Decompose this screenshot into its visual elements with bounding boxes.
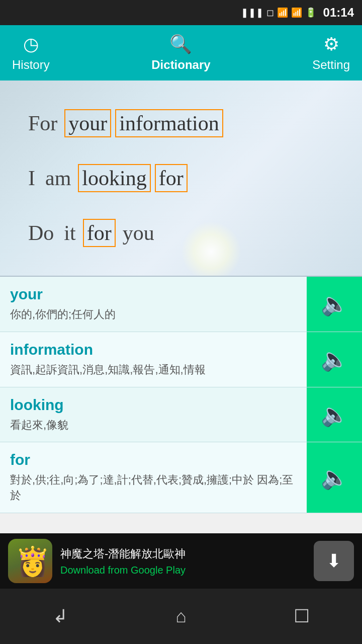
dict-word-looking: looking bbox=[10, 396, 297, 414]
dict-item-information: information 資訊,起訴資訊,消息,知識,報告,通知,情報 🔈 bbox=[0, 332, 362, 387]
dict-def-your: 你的,你們的;任何人的 bbox=[10, 307, 297, 323]
cam-word-for2[interactable]: for bbox=[155, 164, 188, 192]
dictionary-label: Dictionary bbox=[151, 58, 210, 72]
cam-word-for3[interactable]: for bbox=[83, 219, 116, 247]
setting-nav-item[interactable]: ⚙ Setting bbox=[312, 34, 350, 72]
signal-icon: 📶 bbox=[291, 7, 302, 18]
camera-line-2: I am looking for bbox=[25, 164, 337, 192]
dict-def-information: 資訊,起訴資訊,消息,知識,報告,通知,情報 bbox=[10, 362, 297, 378]
history-icon: ◷ bbox=[23, 34, 39, 55]
dict-def-for: 對於,供;往,向;為了;達,計;代替,代表;贊成,擁護;中於 因為;至於 bbox=[10, 472, 297, 504]
dict-item-looking: looking 看起來,像貌 🔈 bbox=[0, 387, 362, 443]
dict-sound-btn-looking[interactable]: 🔈 bbox=[307, 387, 362, 442]
ad-subtitle: Download from Google Play bbox=[60, 565, 306, 576]
cam-word-your[interactable]: your bbox=[64, 109, 111, 137]
bottom-nav: ↲ ⌂ ☐ bbox=[0, 589, 362, 644]
ad-banner: 神魔之塔-潛能解放北歐神 Download from Google Play ⬇ bbox=[0, 533, 362, 589]
cam-word-i: I bbox=[25, 165, 38, 191]
sim-icon: ◻ bbox=[266, 7, 274, 18]
cam-word-for1: For bbox=[25, 110, 60, 136]
dict-sound-btn-your[interactable]: 🔈 bbox=[307, 277, 362, 332]
dict-sound-btn-for[interactable]: 🔈 bbox=[307, 442, 362, 513]
gear-icon: ⚙ bbox=[323, 34, 339, 55]
lens-flare bbox=[181, 221, 241, 277]
dict-word-your: your bbox=[10, 286, 297, 303]
status-icons: ❚❚❚ ◻ 📶 📶 🔋 01:14 bbox=[241, 6, 354, 20]
dict-sound-btn-information[interactable]: 🔈 bbox=[307, 332, 362, 387]
speaker-icon-looking: 🔈 bbox=[321, 401, 348, 428]
back-button[interactable]: ↲ bbox=[40, 601, 80, 631]
history-nav-item[interactable]: ◷ History bbox=[12, 34, 50, 72]
dict-item-your-content: your 你的,你們的;任何人的 bbox=[0, 277, 307, 332]
dict-item-for: for 對於,供;往,向;為了;達,計;代替,代表;贊成,擁護;中於 因為;至於… bbox=[0, 442, 362, 513]
cam-word-looking[interactable]: looking bbox=[78, 164, 150, 192]
download-icon: ⬇ bbox=[326, 550, 341, 572]
speaker-icon-for: 🔈 bbox=[321, 464, 348, 491]
nav-bar: ◷ History 🔍 Dictionary ⚙ Setting bbox=[0, 25, 362, 80]
dict-item-information-content: information 資訊,起訴資訊,消息,知識,報告,通知,情報 bbox=[0, 332, 307, 387]
cam-word-do: Do bbox=[25, 220, 57, 246]
status-bar: ❚❚❚ ◻ 📶 📶 🔋 01:14 bbox=[0, 0, 362, 25]
recent-button[interactable]: ☐ bbox=[282, 601, 322, 631]
results-container: your 你的,你們的;任何人的 🔈 information 資訊,起訴資訊,消… bbox=[0, 277, 362, 513]
dict-word-information: information bbox=[10, 341, 297, 358]
barcode-icon: ❚❚❚ bbox=[241, 7, 263, 18]
dict-item-looking-content: looking 看起來,像貌 bbox=[0, 387, 307, 442]
dict-item-for-content: for 對於,供;往,向;為了;達,計;代替,代表;贊成,擁護;中於 因為;至於 bbox=[0, 442, 307, 513]
dict-item-your: your 你的,你們的;任何人的 🔈 bbox=[0, 277, 362, 332]
camera-line-3: Do it for you bbox=[25, 219, 337, 247]
dict-def-looking: 看起來,像貌 bbox=[10, 418, 297, 433]
dictionary-nav-item[interactable]: 🔍 Dictionary bbox=[151, 34, 210, 72]
speaker-icon-information: 🔈 bbox=[321, 346, 348, 372]
ad-download-button[interactable]: ⬇ bbox=[314, 541, 354, 581]
search-icon: 🔍 bbox=[169, 34, 192, 55]
home-button[interactable]: ⌂ bbox=[161, 601, 201, 631]
wifi-icon: 📶 bbox=[277, 7, 288, 18]
status-time: 01:14 bbox=[323, 6, 354, 20]
history-label: History bbox=[12, 58, 50, 72]
home-icon: ⌂ bbox=[175, 606, 187, 627]
camera-line-1: For your information bbox=[25, 109, 337, 137]
cam-word-am: am bbox=[42, 165, 74, 191]
cam-word-it: it bbox=[61, 220, 78, 246]
ad-image bbox=[8, 539, 52, 583]
ad-text-block: 神魔之塔-潛能解放北歐神 Download from Google Play bbox=[60, 546, 306, 576]
recent-icon: ☐ bbox=[294, 606, 310, 627]
back-icon: ↲ bbox=[53, 606, 68, 627]
battery-icon: 🔋 bbox=[305, 7, 316, 18]
camera-view: For your information I am looking for Do… bbox=[0, 80, 362, 277]
speaker-icon-your: 🔈 bbox=[321, 291, 348, 317]
setting-label: Setting bbox=[312, 58, 350, 72]
cam-word-you: you bbox=[120, 220, 157, 246]
ad-title: 神魔之塔-潛能解放北歐神 bbox=[60, 546, 306, 561]
dict-word-for: for bbox=[10, 451, 297, 468]
cam-word-information[interactable]: information bbox=[115, 109, 223, 137]
